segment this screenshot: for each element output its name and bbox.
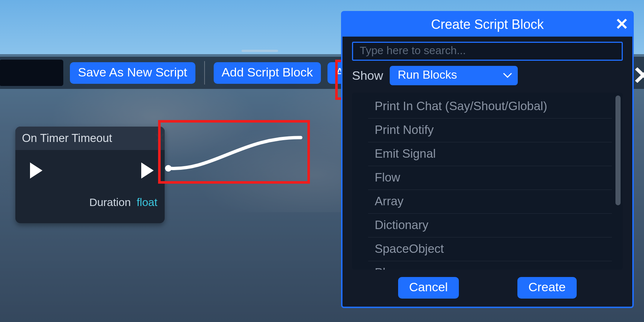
dialog-close-icon[interactable]: ✕	[615, 16, 629, 32]
chevron-right-icon[interactable]: ›	[368, 196, 369, 207]
list-item-label: Dictionary	[375, 218, 428, 232]
list-item-label: Print In Chat (Say/Shout/Global)	[375, 99, 547, 113]
chevron-right-icon[interactable]: ›	[368, 267, 369, 270]
list-item[interactable]: ›Print In Chat (Say/Shout/Global)	[368, 95, 612, 119]
chevron-right-icon[interactable]: ›	[368, 243, 369, 255]
list-scrollbar[interactable]	[615, 96, 621, 267]
panel-grab-handle[interactable]	[242, 50, 278, 52]
search-input[interactable]	[352, 42, 623, 61]
list-item-label: Emit Signal	[375, 147, 436, 161]
list-item[interactable]: ›Array	[368, 190, 612, 214]
scrollbar-thumb[interactable]	[615, 96, 621, 205]
node-input-exec-icon[interactable]	[30, 162, 42, 179]
list-item-label: Player	[375, 266, 409, 270]
list-item-label: SpaceObject	[375, 242, 444, 256]
chevron-right-icon[interactable]: ›	[368, 220, 369, 231]
list-item[interactable]: ›Dictionary	[368, 214, 612, 237]
script-node-on-timer-timeout[interactable]: On Timer Timeout ✕ Duration float	[15, 127, 165, 223]
list-item[interactable]: ›Print Notify	[368, 119, 612, 142]
list-item[interactable]: ›Player	[368, 261, 612, 270]
show-filter-dropdown[interactable]: Run Blocks	[390, 66, 518, 85]
duration-type-label: float	[136, 196, 157, 209]
add-script-block-button[interactable]: Add Script Block	[214, 62, 321, 84]
chevron-down-icon	[503, 73, 512, 79]
list-item[interactable]: ›Emit Signal	[368, 142, 612, 166]
list-item[interactable]: ›SpaceObject	[368, 237, 612, 261]
show-filter-selected: Run Blocks	[398, 68, 457, 82]
cancel-button[interactable]: Cancel	[398, 277, 459, 299]
list-item[interactable]: ›Flow	[368, 166, 612, 190]
create-script-block-dialog: Create Script Block ✕ Show Run Blocks ›P…	[341, 11, 634, 308]
dialog-title: Create Script Block	[431, 17, 544, 32]
connection-curve[interactable]	[162, 120, 310, 197]
toolbar-divider	[204, 61, 205, 85]
list-item-label: Print Notify	[375, 123, 434, 137]
svg-point-0	[165, 165, 172, 172]
node-title: On Timer Timeout	[15, 127, 165, 150]
create-button[interactable]: Create	[517, 277, 577, 299]
save-as-new-script-button[interactable]: Save As New Script	[70, 62, 195, 84]
close-panel-icon[interactable]: ✕	[632, 63, 644, 88]
show-filter-label: Show	[352, 68, 383, 83]
dialog-title-bar[interactable]: Create Script Block ✕	[342, 12, 632, 37]
list-item-label: Flow	[375, 171, 400, 184]
node-output-exec-icon[interactable]	[141, 162, 154, 179]
list-item-label: Array	[375, 194, 404, 208]
duration-label: Duration	[89, 196, 131, 209]
toolbar-collapsed-panel[interactable]	[0, 60, 63, 86]
block-list[interactable]: ›Print In Chat (Say/Shout/Global)›Print …	[368, 95, 623, 270]
chevron-right-icon[interactable]: ›	[368, 172, 369, 183]
